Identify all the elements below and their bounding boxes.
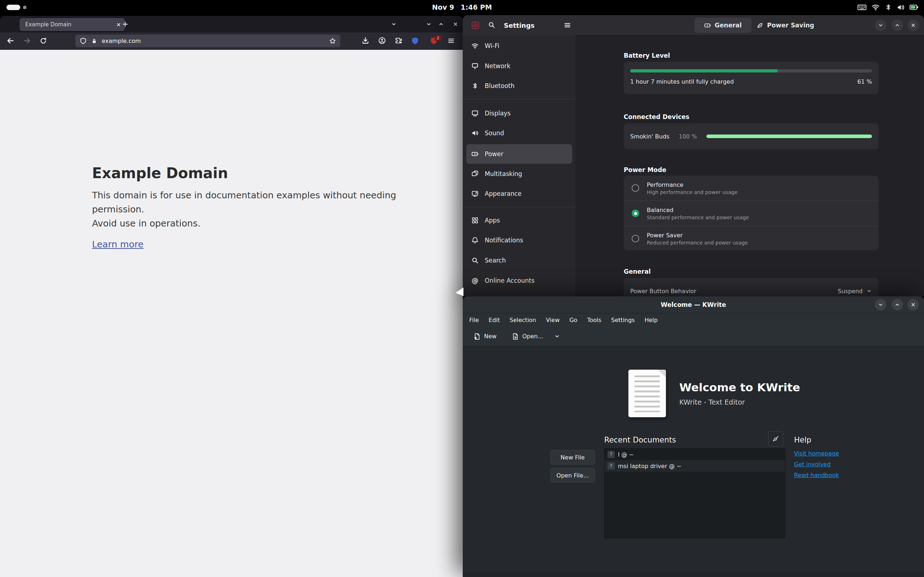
sidebar-item-power[interactable]: Power <box>466 144 572 164</box>
wifi-status-icon[interactable] <box>872 3 880 11</box>
option-power-saver[interactable]: Power Saver Reduced performance and powe… <box>624 226 879 251</box>
power-button-behavior-value[interactable]: Suspend <box>838 288 863 295</box>
ublock-shield-icon[interactable]: 2 <box>430 37 438 45</box>
sidebar-item-displays[interactable]: Displays <box>466 103 572 123</box>
sidebar-item-search[interactable]: Search <box>466 251 572 270</box>
battery-charging-icon[interactable] <box>909 4 919 10</box>
tab-close-icon[interactable] <box>116 22 121 27</box>
sidebar-item-bluetooth[interactable]: Bluetooth <box>466 76 572 95</box>
settings-sidebar: Wi-Fi Network Bluetooth Displays Sound P… <box>463 35 576 297</box>
open-recent-dropdown[interactable] <box>551 330 564 342</box>
menu-go[interactable]: Go <box>569 317 577 324</box>
tracking-protection-shield-icon[interactable] <box>80 37 87 44</box>
menu-selection[interactable]: Selection <box>510 317 536 324</box>
downloads-icon[interactable] <box>362 37 369 44</box>
account-icon[interactable] <box>378 37 386 44</box>
forward-icon[interactable] <box>23 37 31 45</box>
clock-button[interactable]: Nov 9 1:46 PM <box>0 0 924 15</box>
system-tray[interactable] <box>857 0 919 15</box>
bookmark-star-icon[interactable] <box>329 37 336 44</box>
open-document-button[interactable]: Open... <box>508 330 547 343</box>
battery-level-card: 1 hour 7 minutes until fully charged 61 … <box>624 62 879 94</box>
battery-status-row: 1 hour 7 minutes until fully charged 61 … <box>630 78 872 85</box>
power-mode-card: Performance High performance and power u… <box>624 176 879 250</box>
ublock-badge: 2 <box>435 35 441 41</box>
sidebar-item-appearance[interactable]: Appearance <box>466 184 572 203</box>
browser-viewport: Example Domain This domain is for use in… <box>0 50 463 577</box>
learn-more-link[interactable]: Learn more <box>92 239 144 250</box>
welcome-subtitle: KWrite - Text Editor <box>679 398 745 406</box>
get-involved-link[interactable]: Get involved <box>794 461 830 468</box>
window-minimize-button[interactable] <box>875 19 887 31</box>
clock-time: 1:46 PM <box>460 3 492 11</box>
window-maximize-button[interactable] <box>892 299 903 311</box>
option-title: Performance <box>647 181 738 188</box>
menu-view[interactable]: View <box>546 317 560 324</box>
chevron-down-icon[interactable] <box>866 288 872 294</box>
keyboard-layout-icon[interactable] <box>857 3 867 11</box>
new-tab-button[interactable] <box>122 21 129 27</box>
window-minimize-icon[interactable] <box>426 21 432 27</box>
password-manager-shield-icon[interactable] <box>411 37 419 45</box>
sidebar-item-notifications[interactable]: Notifications <box>466 230 572 250</box>
list-all-tabs-icon[interactable] <box>391 21 397 27</box>
menu-help[interactable]: Help <box>645 317 657 324</box>
sidebar-menu-hamburger-icon[interactable] <box>564 22 571 29</box>
read-handbook-link[interactable]: Read handbook <box>794 472 839 479</box>
sidebar-item-apps[interactable]: Apps <box>466 211 572 230</box>
wifi-icon <box>472 42 478 49</box>
option-subtitle: Standard performance and power usage <box>647 214 749 220</box>
url-bar[interactable]: example.com <box>76 35 340 47</box>
menu-tools[interactable]: Tools <box>587 317 601 324</box>
browser-tab[interactable]: Example Domain <box>19 18 125 31</box>
visit-homepage-link[interactable]: Visit homepage <box>794 450 839 457</box>
kwrite-title: Welcome — KWrite <box>661 301 726 308</box>
window-close-button[interactable] <box>908 19 919 31</box>
menu-edit[interactable]: Edit <box>489 317 500 324</box>
bluetooth-status-icon[interactable] <box>885 3 892 11</box>
reload-icon[interactable] <box>40 37 47 44</box>
sidebar-item-multitasking[interactable]: Multitasking <box>466 164 572 184</box>
sidebar-item-network[interactable]: Network <box>466 56 572 76</box>
window-minimize-button[interactable] <box>875 299 887 311</box>
option-balanced[interactable]: Balanced Standard performance and power … <box>624 200 879 226</box>
recent-document-item[interactable]: ? l @ ~ <box>604 449 785 460</box>
radio-balanced-selected[interactable] <box>632 210 639 217</box>
forget-all-broom-button[interactable] <box>768 431 783 446</box>
sidebar-item-wifi[interactable]: Wi-Fi <box>466 36 572 56</box>
new-file-button[interactable]: New File <box>551 450 595 464</box>
tab-general[interactable]: General <box>695 18 751 33</box>
sidebar-item-online-accounts[interactable]: @ Online Accounts <box>466 271 572 290</box>
battery-progress-fill <box>630 69 778 73</box>
new-button-label: New <box>484 333 497 340</box>
window-close-button[interactable] <box>908 299 919 311</box>
extensions-puzzle-icon[interactable] <box>394 37 402 44</box>
url-text[interactable]: example.com <box>102 37 325 44</box>
connected-devices-header: Connected Devices <box>624 113 690 121</box>
page-body: This domain is for use in documentation … <box>92 188 402 230</box>
page-heading: Example Domain <box>92 164 402 182</box>
tab-power-saving[interactable]: Power Saving <box>756 18 815 33</box>
recent-documents-list[interactable]: ? l @ ~ ? msi laptop driver @ ~ <box>604 448 785 538</box>
back-icon[interactable] <box>6 37 15 45</box>
window-close-icon[interactable] <box>452 21 459 27</box>
lock-icon[interactable] <box>91 38 97 44</box>
kwrite-titlebar[interactable]: Welcome — KWrite <box>463 297 924 313</box>
window-maximize-button[interactable] <box>892 19 903 31</box>
tab-title: Example Domain <box>25 21 116 28</box>
power-button-behavior-row[interactable]: Power Button Behavior Suspend <box>624 278 879 297</box>
recent-document-item[interactable]: ? msi laptop driver @ ~ <box>604 460 785 472</box>
radio-power-saver[interactable] <box>632 235 639 242</box>
menu-hamburger-icon[interactable] <box>447 37 455 44</box>
new-document-button[interactable]: New <box>470 330 500 343</box>
open-file-button[interactable]: Open File... <box>551 468 595 482</box>
menu-file[interactable]: File <box>469 317 479 324</box>
sidebar-item-label: Multitasking <box>485 170 522 177</box>
menu-settings[interactable]: Settings <box>611 317 635 324</box>
radio-performance[interactable] <box>632 184 639 192</box>
option-performance[interactable]: Performance High performance and power u… <box>624 176 879 200</box>
volume-status-icon[interactable] <box>897 3 905 11</box>
sidebar-item-sound[interactable]: Sound <box>466 123 572 143</box>
window-maximize-icon[interactable] <box>438 21 444 27</box>
sidebar-item-label: Displays <box>485 110 511 117</box>
